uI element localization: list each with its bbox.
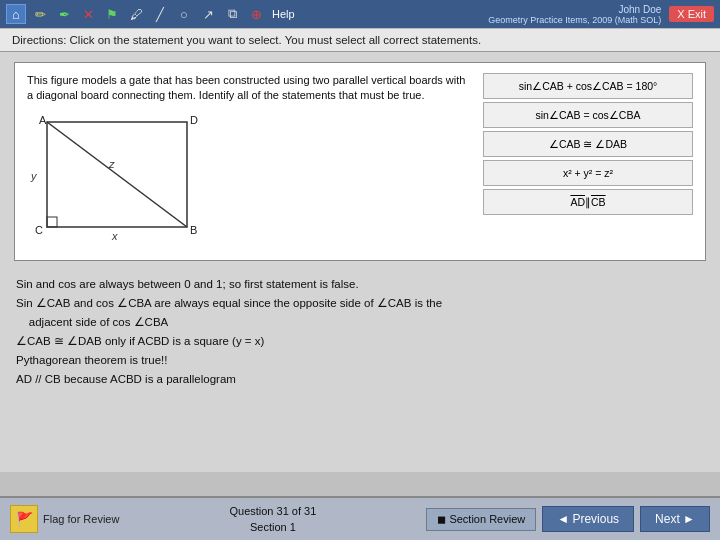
- cross-icon[interactable]: ✕: [78, 4, 98, 24]
- user-name: John Doe: [488, 4, 661, 15]
- toolbar: ⌂ ✏ ✒ ✕ ⚑ 🖊 ╱ ○ ↗ ⧉ ⊕ Help John Doe Geom…: [0, 0, 720, 28]
- product-info: Geometry Practice Items, 2009 (Math SOL): [488, 15, 661, 25]
- svg-text:y: y: [30, 170, 38, 182]
- diagram-area: A D C B y z x: [27, 112, 471, 250]
- svg-text:A: A: [39, 114, 47, 126]
- previous-button[interactable]: ◄ Previous: [542, 506, 634, 532]
- exit-button[interactable]: X Exit: [669, 6, 714, 22]
- help-circle-icon[interactable]: ⊕: [246, 4, 266, 24]
- toolbar-left: ⌂ ✏ ✒ ✕ ⚑ 🖊 ╱ ○ ↗ ⧉ ⊕ Help: [6, 4, 295, 24]
- toolbar-right: John Doe Geometry Practice Items, 2009 (…: [488, 4, 714, 25]
- svg-text:z: z: [108, 158, 115, 170]
- next-button[interactable]: Next ►: [640, 506, 710, 532]
- main-content: This figure models a gate that has been …: [0, 52, 720, 472]
- directions-bar: Directions: Click on the statement you w…: [0, 28, 720, 52]
- svg-line-1: [47, 122, 187, 227]
- bottom-bar: 🚩 Flag for Review Question 31 of 31 Sect…: [0, 496, 720, 540]
- statements-panel: sin∠CAB + cos∠CAB = 180° sin∠CAB = cos∠C…: [483, 73, 693, 250]
- explanation-text: Sin and cos are always between 0 and 1; …: [14, 271, 706, 393]
- svg-text:C: C: [35, 224, 43, 236]
- highlight-icon[interactable]: ✒: [54, 4, 74, 24]
- statement-5[interactable]: AD ∥ CB: [483, 189, 693, 215]
- line-icon[interactable]: ╱: [150, 4, 170, 24]
- copy-icon[interactable]: ⧉: [222, 4, 242, 24]
- question-box: This figure models a gate that has been …: [14, 62, 706, 261]
- statement-4[interactable]: x² + y² = z²: [483, 160, 693, 186]
- user-info: John Doe Geometry Practice Items, 2009 (…: [488, 4, 661, 25]
- nav-area: ◼ Section Review ◄ Previous Next ►: [426, 506, 710, 532]
- pen-icon[interactable]: 🖊: [126, 4, 146, 24]
- help-label[interactable]: Help: [272, 8, 295, 20]
- pencil-icon[interactable]: ✏: [30, 4, 50, 24]
- svg-text:D: D: [190, 114, 198, 126]
- svg-text:x: x: [111, 230, 118, 242]
- home-icon[interactable]: ⌂: [6, 4, 26, 24]
- svg-text:B: B: [190, 224, 197, 236]
- statement-3[interactable]: ∠CAB ≅ ∠DAB: [483, 131, 693, 157]
- question-text-block: This figure models a gate that has been …: [27, 73, 471, 250]
- question-info: Question 31 of 31 Section 1: [229, 503, 316, 536]
- flag-review-label: Flag for Review: [43, 513, 119, 525]
- flag-icon[interactable]: ⚑: [102, 4, 122, 24]
- svg-rect-2: [47, 217, 57, 227]
- statement-1[interactable]: sin∠CAB + cos∠CAB = 180°: [483, 73, 693, 99]
- flag-review-button[interactable]: 🚩 Flag for Review: [10, 505, 119, 533]
- section-label: Section 1: [229, 519, 316, 536]
- gate-diagram: A D C B y z x: [27, 112, 227, 247]
- circle-icon[interactable]: ○: [174, 4, 194, 24]
- directions-text: Directions: Click on the statement you w…: [12, 34, 481, 46]
- section-review-button[interactable]: ◼ Section Review: [426, 508, 536, 531]
- question-description: This figure models a gate that has been …: [27, 73, 471, 104]
- question-number: Question 31 of 31: [229, 503, 316, 520]
- flag-icon: 🚩: [10, 505, 38, 533]
- statement-2[interactable]: sin∠CAB = cos∠CBA: [483, 102, 693, 128]
- pointer-icon[interactable]: ↗: [198, 4, 218, 24]
